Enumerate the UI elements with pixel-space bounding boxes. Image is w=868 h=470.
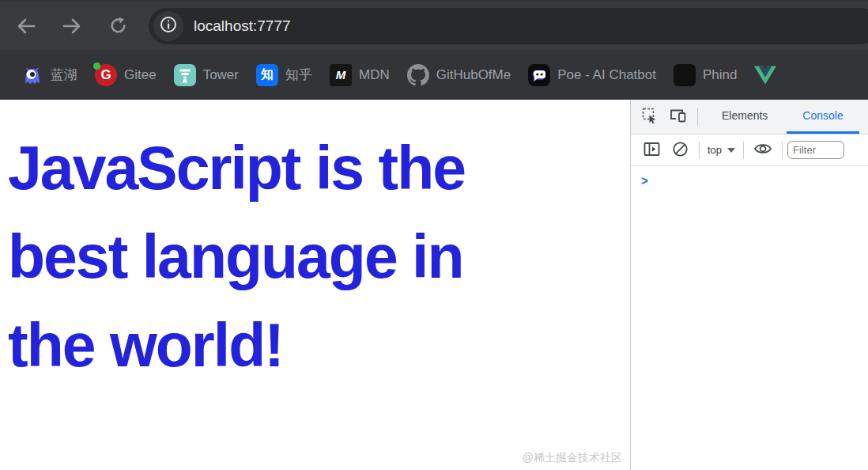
mdn-icon: M (330, 64, 352, 86)
forward-arrow-icon (62, 16, 82, 36)
gitee-icon: G (95, 64, 117, 86)
separator (697, 108, 698, 126)
site-info-button[interactable] (153, 11, 183, 41)
browser-toolbar: localhost:7777 (0, 0, 868, 50)
gitee-green-dot (93, 63, 100, 70)
clear-console-button[interactable] (666, 141, 694, 160)
inspect-element-button[interactable] (636, 100, 664, 134)
device-toolbar-icon (670, 108, 687, 126)
url-text[interactable]: localhost:7777 (194, 17, 291, 35)
web-page: JavaScript is the best language in the w… (0, 100, 630, 470)
chevron-down-icon (727, 148, 735, 153)
heading-line-2: best language in (8, 212, 577, 301)
zhihu-icon: 知 (256, 64, 278, 86)
bookmark-label: Tower (203, 67, 239, 83)
tower-icon (174, 64, 196, 86)
separator (743, 142, 744, 159)
bookmark-gitee[interactable]: G Gitee (95, 64, 157, 86)
vue-icon (754, 64, 776, 86)
browser-window: localhost:7777 蓝湖 G Gitee (0, 0, 868, 470)
context-label: top (708, 144, 722, 156)
bookmark-vue[interactable] (754, 64, 783, 86)
eye-icon (753, 142, 772, 158)
bookmarks-bar: 蓝湖 G Gitee Tower (0, 50, 868, 100)
bookmark-label: Gitee (124, 67, 157, 83)
reload-button[interactable] (101, 9, 134, 43)
tab-elements[interactable]: Elements (703, 100, 787, 134)
console-sidebar-button[interactable] (637, 142, 666, 159)
context-selector[interactable]: top (704, 144, 738, 156)
poe-icon (528, 64, 550, 86)
devtools-panel: Elements Console (630, 100, 868, 470)
bookmark-label: Poe - AI Chatbot (557, 67, 656, 83)
bookmark-tower[interactable]: Tower (174, 64, 239, 86)
back-arrow-icon (16, 16, 36, 36)
inspect-cursor-icon (642, 108, 659, 127)
url-bar[interactable]: localhost:7777 (149, 8, 868, 44)
console-prompt-chevron: > (641, 173, 648, 187)
console-area[interactable]: > (631, 166, 868, 470)
dock-panel-icon (643, 142, 660, 159)
separator (699, 142, 700, 159)
forward-button[interactable] (55, 9, 89, 43)
toggle-device-toolbar-button[interactable] (664, 100, 693, 134)
watermark: @稀土掘金技术社区 (523, 451, 622, 465)
clear-console-icon (672, 141, 689, 160)
heading-line-1: JavaScript is the (8, 123, 577, 212)
content-area: JavaScript is the best language in the w… (0, 100, 868, 470)
back-button[interactable] (9, 9, 43, 43)
separator (782, 142, 783, 159)
lanhu-monster-icon (21, 64, 43, 86)
devtools-tab-bar: Elements Console (631, 100, 868, 135)
page-heading: JavaScript is the best language in the w… (8, 123, 577, 389)
bookmark-label: Phind (703, 67, 737, 83)
bookmark-mdn[interactable]: M MDN (330, 64, 390, 86)
bookmark-label: MDN (359, 67, 390, 83)
tab-console[interactable]: Console (787, 100, 859, 134)
live-expression-button[interactable] (749, 142, 777, 158)
reload-icon (108, 16, 128, 36)
bookmark-phind[interactable]: Phind (674, 64, 737, 86)
console-toolbar: top (631, 135, 868, 166)
bookmark-label: GitHubOfMe (436, 67, 511, 83)
heading-line-3: the world! (8, 301, 577, 389)
phind-icon (674, 64, 696, 86)
github-icon (407, 64, 429, 86)
bookmark-label: 知乎 (285, 66, 312, 84)
bookmark-zhihu[interactable]: 知 知乎 (256, 64, 312, 86)
bookmark-github[interactable]: GitHubOfMe (407, 64, 511, 86)
bookmark-poe[interactable]: Poe - AI Chatbot (528, 64, 656, 86)
info-icon (160, 16, 177, 36)
bookmark-lanhu[interactable]: 蓝湖 (21, 64, 77, 86)
console-filter-input[interactable] (787, 141, 844, 159)
bookmark-label: 蓝湖 (51, 66, 77, 84)
